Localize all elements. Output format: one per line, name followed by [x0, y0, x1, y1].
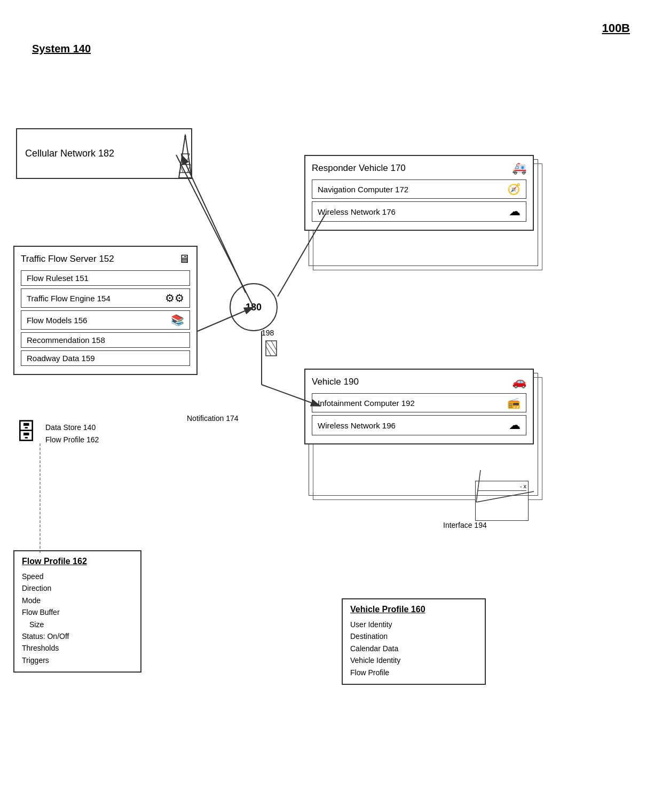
fp-item-status: Status: On/Off: [22, 630, 133, 642]
fp-item-size: Size: [22, 619, 133, 630]
nav-icon: 🧭: [507, 183, 521, 196]
vp-item-user-identity: User Identity: [350, 619, 477, 630]
vp-item-calendar: Calendar Data: [350, 643, 477, 654]
traffic-flow-engine-label: Traffic Flow Engine 154: [27, 294, 111, 303]
cloud-196-icon: ☁: [509, 418, 521, 432]
label-198: 198: [262, 329, 274, 337]
vehicle-profile-box: Vehicle Profile 160 User Identity Destin…: [342, 598, 486, 685]
nav-computer-label: Navigation Computer 172: [318, 185, 408, 194]
fp-items: Speed Direction Mode Flow Buffer Size St…: [22, 571, 133, 666]
traffic-flow-engine-box: Traffic Flow Engine 154 ⚙⚙: [21, 288, 190, 308]
cellular-network-box: Cellular Network 182: [16, 128, 192, 179]
fp-title: Flow Profile 162: [22, 557, 133, 566]
flow-models-label: Flow Models 156: [27, 316, 87, 325]
svg-rect-19: [266, 341, 277, 356]
fp-item-thresholds: Thresholds: [22, 642, 133, 654]
car-icon: 🚗: [512, 375, 526, 389]
nav-computer-box: Navigation Computer 172 🧭: [312, 179, 526, 199]
data-store-label: Data Store 140: [45, 423, 96, 432]
cloud-176-icon: ☁: [509, 205, 521, 218]
interface-label-text: Interface 194: [443, 521, 487, 529]
notification-label: Notification 174: [187, 414, 239, 423]
diagram-id: 100B: [602, 21, 630, 35]
vp-item-vehicle-identity: Vehicle Identity: [350, 654, 477, 666]
vp-items: User Identity Destination Calendar Data …: [350, 619, 477, 678]
interface-label: Interface 194: [443, 521, 487, 529]
fp-item-mode: Mode: [22, 595, 133, 606]
gear-icon: ⚙⚙: [165, 292, 184, 304]
roadway-data-box: Roadway Data 159: [21, 350, 190, 366]
network-hub-label: 180: [246, 302, 262, 313]
rv-title: Responder Vehicle 170: [312, 163, 406, 174]
vp-item-flow-profile: Flow Profile: [350, 667, 477, 678]
traffic-flow-server-box: Traffic Flow Server 152 🖥 Flow Ruleset 1…: [13, 246, 198, 375]
flow-ruleset-box: Flow Ruleset 151: [21, 270, 190, 286]
wireless-176-label: Wireless Network 176: [318, 207, 396, 216]
books-icon: 📚: [171, 314, 184, 326]
responder-vehicle-box: Responder Vehicle 170 🚑 Navigation Compu…: [304, 155, 534, 231]
fp-item-speed: Speed: [22, 571, 133, 582]
svg-line-22: [271, 341, 277, 350]
server-icon: 🖥: [178, 252, 190, 266]
svg-marker-10: [184, 134, 186, 137]
v190-title: Vehicle 190: [312, 377, 359, 387]
flow-ruleset-label: Flow Ruleset 151: [27, 274, 89, 283]
fp-item-flow-buffer: Flow Buffer: [22, 606, 133, 618]
fp-item-triggers: Triggers: [22, 654, 133, 666]
recommendation-box: Recommendation 158: [21, 332, 190, 348]
flow-profile-box: Flow Profile 162 Speed Direction Mode Fl…: [13, 550, 141, 673]
wireless-196-box: Wireless Network 196 ☁: [312, 415, 526, 435]
radio-icon: 📻: [507, 396, 521, 409]
system-title: System 140: [32, 43, 91, 55]
vp-item-destination: Destination: [350, 630, 477, 642]
wireless-176-box: Wireless Network 176 ☁: [312, 201, 526, 222]
infotainment-box: Infotainment Computer 192 📻: [312, 393, 526, 412]
svg-line-20: [266, 341, 277, 356]
flow-models-box: Flow Models 156 📚: [21, 310, 190, 330]
ambulance-icon: 🚑: [512, 161, 526, 175]
roadway-data-label: Roadway Data 159: [27, 354, 95, 363]
svg-line-21: [266, 346, 271, 356]
network-hub: 180: [230, 283, 278, 331]
antenna-icon: [171, 132, 200, 185]
infotainment-label: Infotainment Computer 192: [318, 399, 415, 408]
vp-title: Vehicle Profile 160: [350, 605, 477, 614]
cellular-network-label: Cellular Network 182: [25, 148, 114, 159]
fp-item-direction: Direction: [22, 582, 133, 594]
flow-profile-store-label: Flow Profile 162: [45, 435, 99, 444]
data-store-icon: 🗄: [15, 419, 37, 445]
wireless-196-label: Wireless Network 196: [318, 421, 396, 430]
tfs-title: Traffic Flow Server 152: [21, 254, 114, 264]
recommendation-label: Recommendation 158: [27, 335, 105, 345]
vehicle-190-box: Vehicle 190 🚗 Infotainment Computer 192 …: [304, 369, 534, 444]
